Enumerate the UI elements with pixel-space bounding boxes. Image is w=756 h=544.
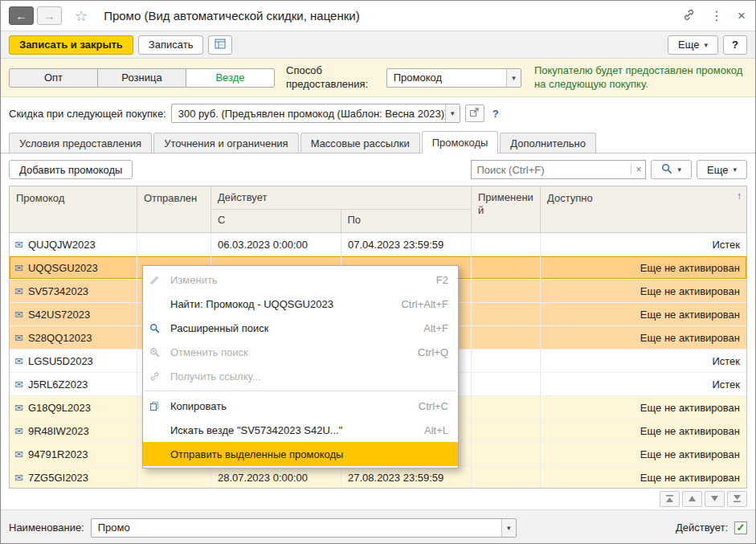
chevron-down-icon[interactable]: ▾	[445, 104, 460, 122]
tab-usloviya[interactable]: Условия предоставления	[9, 133, 152, 153]
go-down-button[interactable]	[705, 491, 725, 507]
envelope-icon: ✉	[14, 448, 23, 460]
cell-applied	[472, 373, 541, 395]
cell-applied	[472, 466, 541, 488]
menu-item-send-selected-promocodes[interactable]: Отправить выделенные промокоды	[143, 442, 458, 466]
window-title: Промо (Вид автоматической скидки, наценк…	[104, 9, 360, 22]
search-input[interactable]	[472, 164, 631, 176]
cell-available: Истек	[541, 233, 746, 256]
promo-code-text: SV57342023	[28, 285, 88, 297]
forward-arrow-icon: →	[44, 10, 55, 22]
more-button-top[interactable]: Еще▾	[668, 35, 718, 55]
cell-to: 07.04.2023 23:59:59	[341, 233, 472, 256]
cell-applied	[472, 280, 541, 302]
menu-item-cancel-search: Отменить поиск Ctrl+Q	[143, 340, 458, 364]
kebab-menu-icon[interactable]: ⋮	[710, 8, 723, 23]
envelope-icon: ✉	[14, 309, 23, 321]
link-icon[interactable]	[682, 8, 696, 24]
segment-vezde[interactable]: Везде	[186, 68, 275, 88]
go-up-button[interactable]	[682, 491, 702, 507]
cell-code: ✉7ZG5GI2023	[10, 466, 137, 488]
cell-code: ✉S42US72023	[10, 303, 137, 325]
cell-available: Еще не активирован	[541, 256, 746, 279]
envelope-icon: ✉	[14, 239, 23, 251]
method-label: Способ предоставления:	[286, 64, 382, 91]
tab-rassylki[interactable]: Массовые рассылки	[300, 133, 420, 153]
back-arrow-icon: ←	[16, 10, 27, 22]
go-top-button[interactable]	[660, 491, 680, 507]
more-button-list[interactable]: Еще▾	[697, 160, 747, 179]
name-input[interactable]	[92, 522, 501, 534]
next-purchase-label: Скидка при следующей покупке:	[9, 108, 166, 120]
header-sent[interactable]: Отправлен	[137, 186, 211, 232]
promo-code-text: J5RL6Z2023	[28, 378, 88, 391]
tab-promokody[interactable]: Промокоды	[422, 131, 499, 153]
back-button[interactable]: ←	[9, 6, 34, 25]
envelope-icon: ✉	[14, 262, 23, 274]
menu-item-label: Расширенный поиск	[170, 322, 268, 334]
next-purchase-combo[interactable]: 300 руб. (Предъявлен промокод (Шаблон: В…	[171, 104, 460, 123]
menu-item-shortcut: Alt+L	[411, 424, 448, 436]
save-button[interactable]: Записать	[138, 35, 204, 55]
header-code[interactable]: Промокод	[10, 186, 137, 232]
search-field: ×	[471, 160, 646, 179]
add-promocodes-button[interactable]: Добавить промокоды	[9, 160, 133, 179]
segment-roznitsa[interactable]: Розница	[97, 68, 186, 88]
table-row[interactable]: ✉QUJQJW2023 06.03.2023 0:00:00 07.04.202…	[10, 233, 746, 256]
active-checkbox[interactable]: ✓	[734, 522, 747, 534]
cell-applied	[472, 419, 541, 442]
cell-available: Еще не активирован	[541, 419, 746, 442]
tab-utochneniya[interactable]: Уточнения и ограничения	[153, 133, 299, 153]
tab-dopolnitelno[interactable]: Дополнительно	[500, 133, 596, 153]
open-in-new-icon	[469, 107, 480, 120]
menu-item-advanced-search[interactable]: Расширенный поиск Alt+F	[143, 316, 458, 340]
menu-item-label: Найти: Промокод - UQQSGU2023	[170, 298, 333, 310]
menu-item-label: Отменить поиск	[170, 346, 248, 358]
forward-button[interactable]: →	[37, 6, 62, 25]
envelope-icon: ✉	[14, 402, 23, 414]
header-to[interactable]: По	[341, 210, 472, 232]
pencil-icon	[149, 275, 170, 285]
menu-item-copy[interactable]: Копировать Ctrl+C	[143, 394, 458, 418]
clear-search-icon[interactable]: ×	[631, 164, 645, 175]
report-structure-button[interactable]	[208, 35, 232, 55]
save-and-close-button[interactable]: Записать и закрыть	[9, 35, 133, 55]
menu-item-shortcut: Ctrl+C	[406, 400, 448, 412]
cell-available: Еще не активирован	[541, 280, 746, 302]
cell-available: Еще не активирован	[541, 326, 746, 349]
menu-item-search-everywhere[interactable]: Искать везде "SV57342023 S42U..." Alt+L	[143, 418, 458, 442]
chevron-down-icon[interactable]: ▾	[506, 69, 521, 87]
search-options-button[interactable]: ▾	[651, 160, 692, 179]
method-combo[interactable]: Промокод ▾	[386, 68, 521, 88]
method-value: Промокод	[387, 72, 506, 84]
chevron-down-icon[interactable]: ▾	[501, 519, 516, 537]
menu-item-label: Копировать	[170, 400, 227, 412]
envelope-icon: ✉	[14, 472, 23, 484]
chevron-down-icon: ▾	[733, 166, 737, 174]
envelope-icon: ✉	[14, 285, 23, 297]
menu-item-edit: Изменить F2	[143, 268, 458, 292]
cell-applied	[472, 443, 541, 465]
search-cancel-icon	[149, 347, 170, 358]
header-applied[interactable]: Применений	[472, 186, 541, 232]
go-bottom-button[interactable]	[727, 491, 747, 507]
header-valid[interactable]: Действует	[211, 186, 471, 210]
cell-available: Истек	[541, 350, 746, 372]
field-help-link[interactable]: ?	[492, 108, 499, 120]
table-row[interactable]: ✉7ZG5GI2023 28.07.2023 0:00:00 27.08.202…	[10, 466, 746, 488]
cell-code: ✉S28QQ12023	[10, 326, 137, 349]
open-link-button[interactable]	[465, 104, 484, 122]
segment-opt[interactable]: Опт	[9, 68, 98, 88]
cell-available: Еще не активирован	[541, 303, 746, 325]
header-from[interactable]: С	[211, 210, 341, 232]
chevron-down-icon: ▾	[704, 41, 708, 49]
close-icon[interactable]: ×	[738, 8, 746, 24]
help-button[interactable]: ?	[723, 35, 747, 55]
cell-available: Еще не активирован	[541, 466, 746, 488]
cell-applied	[472, 233, 541, 256]
header-available[interactable]: Доступно ↑	[541, 186, 746, 232]
envelope-icon: ✉	[14, 425, 23, 437]
title-bar: ← → ☆ Промо (Вид автоматической скидки, …	[1, 1, 755, 31]
menu-item-find[interactable]: Найти: Промокод - UQQSGU2023 Ctrl+Alt+F	[143, 292, 458, 316]
favorite-star-icon[interactable]: ☆	[75, 7, 88, 25]
